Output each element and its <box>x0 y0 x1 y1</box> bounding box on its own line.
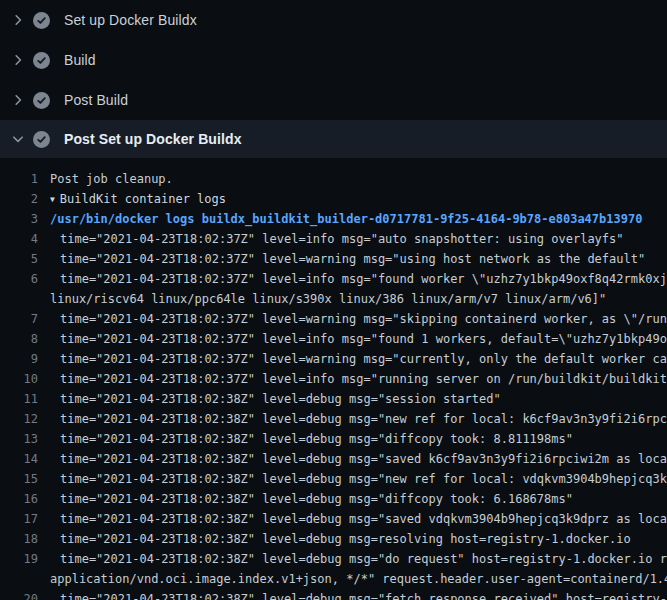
log-text-value: /usr/bin/docker logs buildx_buildkit_bui… <box>50 212 642 226</box>
line-number[interactable]: 7 <box>0 309 38 329</box>
log-text-value: time="2021-04-23T18:02:37Z" level=warnin… <box>60 312 667 326</box>
line-number[interactable]: 1 <box>0 169 38 189</box>
line-number[interactable]: 11 <box>0 389 38 409</box>
log-text-value: time="2021-04-23T18:02:38Z" level=debug … <box>60 472 667 486</box>
log-text-value: time="2021-04-23T18:02:37Z" level=info m… <box>60 372 667 386</box>
log-text-value: BuildKit container logs <box>60 192 226 206</box>
log-text-value: time="2021-04-23T18:02:37Z" level=info m… <box>60 232 624 246</box>
log-text: time="2021-04-23T18:02:38Z" level=debug … <box>38 409 667 429</box>
log-text: time="2021-04-23T18:02:37Z" level=info m… <box>38 269 667 289</box>
log-text: time="2021-04-23T18:02:37Z" level=info m… <box>38 369 667 389</box>
line-number[interactable]: 16 <box>0 489 38 509</box>
line-number[interactable]: 13 <box>0 429 38 449</box>
line-number[interactable]: 15 <box>0 469 38 489</box>
success-check-icon <box>33 131 50 148</box>
log-text-value: Post job cleanup. <box>50 172 173 186</box>
log-text: time="2021-04-23T18:02:38Z" level=debug … <box>38 429 573 449</box>
log-row: 13 time="2021-04-23T18:02:38Z" level=deb… <box>0 429 667 449</box>
log-text: application/vnd.oci.image.index.v1+json,… <box>38 569 667 589</box>
log-text-value: linux/riscv64 linux/ppc64le linux/s390x … <box>50 292 606 306</box>
log-row: 4 time="2021-04-23T18:02:37Z" level=info… <box>0 229 667 249</box>
log-row: 7 time="2021-04-23T18:02:37Z" level=warn… <box>0 309 667 329</box>
log-text-value: time="2021-04-23T18:02:37Z" level=warnin… <box>60 352 667 366</box>
log-text: time="2021-04-23T18:02:38Z" level=debug … <box>38 509 667 529</box>
log-row: application/vnd.oci.image.index.v1+json,… <box>0 569 667 589</box>
step-header[interactable]: Set up Docker Buildx <box>0 0 667 40</box>
log-text[interactable]: ▼BuildKit container logs <box>38 189 226 209</box>
step-header[interactable]: Post Build <box>0 80 667 120</box>
step-label: Build <box>64 52 96 68</box>
log-text-value: time="2021-04-23T18:02:38Z" level=debug … <box>60 432 573 446</box>
chevron-icon <box>11 132 25 146</box>
success-check-icon <box>33 92 50 109</box>
chevron-icon <box>11 53 25 67</box>
log-text: time="2021-04-23T18:02:38Z" level=debug … <box>38 589 667 600</box>
line-number[interactable]: 8 <box>0 329 38 349</box>
log-text: time="2021-04-23T18:02:37Z" level=warnin… <box>38 349 667 369</box>
line-number[interactable] <box>0 289 38 309</box>
line-number[interactable]: 20 <box>0 589 38 600</box>
log-text: time="2021-04-23T18:02:38Z" level=debug … <box>38 389 501 409</box>
log-text: time="2021-04-23T18:02:38Z" level=debug … <box>38 469 667 489</box>
log-text: time="2021-04-23T18:02:37Z" level=warnin… <box>38 249 645 269</box>
log-text-value: time="2021-04-23T18:02:37Z" level=info m… <box>60 332 667 346</box>
chevron-icon <box>11 13 25 27</box>
success-check-icon <box>33 52 50 69</box>
log-row: 17 time="2021-04-23T18:02:38Z" level=deb… <box>0 509 667 529</box>
step-label: Set up Docker Buildx <box>64 12 197 28</box>
log-text: Post job cleanup. <box>38 169 173 189</box>
log-text-value: time="2021-04-23T18:02:38Z" level=debug … <box>60 532 631 546</box>
log-row: 10 time="2021-04-23T18:02:37Z" level=inf… <box>0 369 667 389</box>
success-check-icon <box>33 12 50 29</box>
log-text: time="2021-04-23T18:02:38Z" level=debug … <box>38 529 631 549</box>
log-text: time="2021-04-23T18:02:37Z" level=info m… <box>38 229 624 249</box>
log-row: 5 time="2021-04-23T18:02:37Z" level=warn… <box>0 249 667 269</box>
line-number[interactable] <box>0 569 38 589</box>
log-text-value: time="2021-04-23T18:02:38Z" level=debug … <box>60 592 667 600</box>
log-row: 12 time="2021-04-23T18:02:38Z" level=deb… <box>0 409 667 429</box>
line-number[interactable]: 18 <box>0 529 38 549</box>
log-row: 2 ▼BuildKit container logs <box>0 189 667 209</box>
log-area: 1 Post job cleanup. 2 ▼BuildKit containe… <box>0 158 667 600</box>
log-text-value: time="2021-04-23T18:02:38Z" level=debug … <box>60 492 573 506</box>
log-row: linux/riscv64 linux/ppc64le linux/s390x … <box>0 289 667 309</box>
line-number[interactable]: 19 <box>0 549 38 569</box>
log-text: time="2021-04-23T18:02:38Z" level=debug … <box>38 489 573 509</box>
step-label: Post Build <box>64 92 128 108</box>
log-text-value: application/vnd.oci.image.index.v1+json,… <box>50 572 667 586</box>
line-number[interactable]: 14 <box>0 449 38 469</box>
log-text: time="2021-04-23T18:02:38Z" level=debug … <box>38 449 667 469</box>
line-number[interactable]: 9 <box>0 349 38 369</box>
steps-list: Set up Docker Buildx Build P <box>0 0 667 158</box>
step-header[interactable]: Post Set up Docker Buildx <box>0 120 667 158</box>
log-text: time="2021-04-23T18:02:38Z" level=debug … <box>38 549 667 569</box>
step-header[interactable]: Build <box>0 40 667 80</box>
log-text-value: time="2021-04-23T18:02:37Z" level=warnin… <box>60 252 645 266</box>
line-number[interactable]: 5 <box>0 249 38 269</box>
log-text-value: time="2021-04-23T18:02:38Z" level=debug … <box>60 392 501 406</box>
line-number[interactable]: 12 <box>0 409 38 429</box>
log-text: time="2021-04-23T18:02:37Z" level=info m… <box>38 329 667 349</box>
line-number[interactable]: 2 <box>0 189 38 209</box>
log-row: 3 /usr/bin/docker logs buildx_buildkit_b… <box>0 209 667 229</box>
log-row: 9 time="2021-04-23T18:02:37Z" level=warn… <box>0 349 667 369</box>
log-row: 16 time="2021-04-23T18:02:38Z" level=deb… <box>0 489 667 509</box>
log-text-value: time="2021-04-23T18:02:38Z" level=debug … <box>60 552 667 566</box>
log-row: 1 Post job cleanup. <box>0 169 667 189</box>
log-text-value: time="2021-04-23T18:02:38Z" level=debug … <box>60 412 667 426</box>
step-label: Post Set up Docker Buildx <box>64 131 242 147</box>
chevron-icon <box>11 93 25 107</box>
log-text-value: time="2021-04-23T18:02:37Z" level=info m… <box>60 272 667 286</box>
log-row: 19 time="2021-04-23T18:02:38Z" level=deb… <box>0 549 667 569</box>
line-number[interactable]: 4 <box>0 229 38 249</box>
line-number[interactable]: 17 <box>0 509 38 529</box>
log-text: linux/riscv64 linux/ppc64le linux/s390x … <box>38 289 606 309</box>
line-number[interactable]: 10 <box>0 369 38 389</box>
line-number[interactable]: 3 <box>0 209 38 229</box>
group-collapse-icon: ▼ <box>50 190 55 209</box>
line-number[interactable]: 6 <box>0 269 38 289</box>
log-row: 18 time="2021-04-23T18:02:38Z" level=deb… <box>0 529 667 549</box>
log-text-value: time="2021-04-23T18:02:38Z" level=debug … <box>60 512 667 526</box>
log-text: /usr/bin/docker logs buildx_buildkit_bui… <box>38 209 642 229</box>
log-row: 6 time="2021-04-23T18:02:37Z" level=info… <box>0 269 667 289</box>
